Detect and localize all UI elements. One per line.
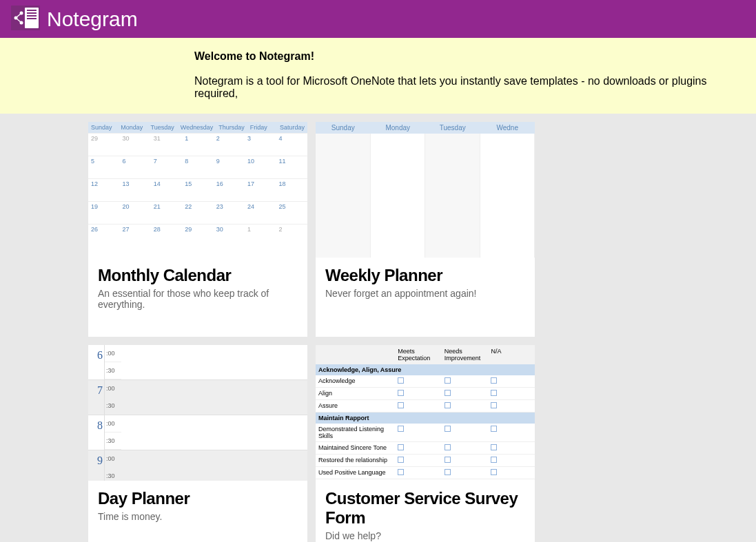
welcome-banner: Welcome to Notegram! Notegram is a tool … (0, 38, 756, 114)
checkbox-icon (445, 444, 451, 450)
checkbox-icon (398, 426, 404, 432)
card-title: Customer Service Survey Form (325, 489, 525, 528)
checkbox-icon (491, 426, 497, 432)
card-desc: Time is money. (98, 511, 298, 522)
checkbox-icon (398, 402, 404, 408)
card-weekly-planner[interactable]: Sunday Monday Tuesday Wedne Weekly Plann… (316, 122, 535, 337)
checkbox-icon (398, 390, 404, 396)
preview-day: 6:00:307:00:308:00:309:00:30 (88, 345, 307, 481)
preview-monthly: Sunday Monday Tuesday Wednesday Thursday… (88, 122, 307, 258)
svg-rect-5 (27, 18, 37, 19)
checkbox-icon (445, 402, 451, 408)
welcome-title: Welcome to Notegram! (194, 50, 745, 63)
card-desc: Never forget an appointment again! (325, 288, 525, 299)
preview-weekly: Sunday Monday Tuesday Wedne (316, 122, 535, 258)
app-title: Notegram (47, 8, 138, 31)
checkbox-icon (398, 444, 404, 450)
card-title: Day Planner (98, 489, 298, 508)
checkbox-icon (491, 444, 497, 450)
card-desc: An essential for those who keep track of… (98, 288, 298, 310)
checkbox-icon (398, 469, 404, 475)
svg-rect-3 (27, 12, 37, 14)
share-icon (11, 6, 47, 33)
checkbox-icon (398, 457, 404, 463)
checkbox-icon (491, 469, 497, 475)
calendar-header: Sunday Monday Tuesday Wednesday Thursday… (88, 122, 307, 133)
card-monthly-calendar[interactable]: Sunday Monday Tuesday Wednesday Thursday… (88, 122, 307, 337)
app-header: Notegram (0, 0, 756, 38)
card-survey-form[interactable]: Meets Expectation Needs Improvement N/A … (316, 345, 535, 542)
card-desc: Did we help? (325, 530, 525, 541)
checkbox-icon (445, 426, 451, 432)
checkbox-icon (445, 469, 451, 475)
checkbox-icon (491, 377, 497, 384)
checkbox-icon (445, 457, 451, 463)
checkbox-icon (445, 390, 451, 396)
checkbox-icon (398, 377, 404, 384)
checkbox-icon (491, 457, 497, 463)
checkbox-icon (491, 390, 497, 396)
checkbox-icon (491, 402, 497, 408)
card-title: Monthly Calendar (98, 266, 298, 285)
welcome-text: Notegram is a tool for Microsoft OneNote… (194, 75, 745, 100)
svg-rect-4 (27, 15, 37, 17)
svg-rect-2 (27, 10, 37, 11)
card-day-planner[interactable]: 6:00:307:00:308:00:309:00:30 Day Planner… (88, 345, 307, 542)
card-title: Weekly Planner (325, 266, 525, 285)
preview-survey: Meets Expectation Needs Improvement N/A … (316, 345, 535, 481)
checkbox-icon (445, 377, 451, 384)
template-grid: Sunday Monday Tuesday Wednesday Thursday… (0, 114, 756, 542)
